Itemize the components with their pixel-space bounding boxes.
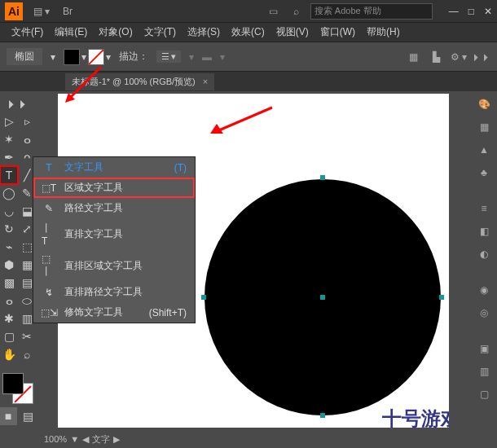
svg-line-0 <box>89 50 103 64</box>
fill-stroke-control[interactable] <box>2 373 33 404</box>
control-dropdown[interactable]: ▾ <box>51 51 55 63</box>
bridge-icon[interactable]: Br <box>59 2 77 20</box>
selection-tool[interactable]: ▷ <box>0 112 18 130</box>
window-max[interactable]: □ <box>468 6 474 17</box>
shape-builder-tool[interactable]: ⬢ <box>0 256 18 274</box>
nav-next[interactable]: ▶ <box>113 434 120 445</box>
ellipse-tool[interactable]: ◯ <box>0 184 18 202</box>
eyedropper-tool[interactable]: ⴰ <box>0 292 18 310</box>
menu-window[interactable]: 窗口(W) <box>315 24 360 41</box>
flyout-area-type-tool[interactable]: ⬚T 区域文字工具 <box>33 178 195 198</box>
collapse-icon[interactable]: ⏵⏵ <box>473 48 490 66</box>
menu-type[interactable]: 文字(T) <box>139 24 181 41</box>
flyout-touch-type-tool[interactable]: ⬚⇲ 修饰文字工具 (Shift+T) <box>33 302 195 323</box>
gradient-mode[interactable]: ▤ <box>19 407 37 425</box>
symbol-sprayer-tool[interactable]: ✱ <box>0 310 18 327</box>
brushes-panel-icon[interactable]: ▲ <box>474 140 494 160</box>
document-tab[interactable]: 未标题-1* @ 100% (RGB/预览) × <box>65 73 214 90</box>
type-icon: T <box>42 162 56 173</box>
gradient-panel-icon[interactable]: ◧ <box>474 222 494 241</box>
zoom-level[interactable]: 100% <box>44 434 67 444</box>
menu-effect[interactable]: 效果(C) <box>227 24 270 41</box>
menu-view[interactable]: 视图(V) <box>271 24 314 41</box>
flyout-label: 直排文字工具 <box>64 227 123 241</box>
anchor-right[interactable] <box>439 295 444 300</box>
prefs-icon[interactable]: ⚙ ▾ <box>450 48 468 66</box>
artboards-panel-icon[interactable]: ▢ <box>474 384 494 404</box>
collapse-toolbar[interactable]: ⏵⏵ <box>9 94 27 112</box>
lasso-tool[interactable]: ⴰ <box>18 130 36 148</box>
fill-dropdown[interactable]: ▾ <box>81 51 86 63</box>
flyout-shortcut: (T) <box>174 162 187 173</box>
anchor-left[interactable] <box>201 295 206 300</box>
artboard-tool[interactable]: ▢ <box>0 327 18 345</box>
mesh-tool[interactable]: ▩ <box>0 274 18 292</box>
status-bar: 100% ▼ ◀ 文字 ▶ <box>0 430 497 448</box>
asset-export-panel-icon[interactable]: ▥ <box>474 362 494 381</box>
slice-tool[interactable]: ✂ <box>18 327 36 345</box>
window-min[interactable]: — <box>449 6 459 17</box>
window-close[interactable]: ✕ <box>484 6 492 17</box>
direct-selection-tool[interactable]: ▹ <box>18 112 36 130</box>
flyout-path-type-tool[interactable]: ✎ 路径文字工具 <box>33 198 195 218</box>
swatches-panel-icon[interactable]: ▦ <box>474 117 494 137</box>
vertical-type-icon: 丨T <box>42 222 56 247</box>
flyout-shortcut: (Shift+T) <box>149 307 187 318</box>
layers-panel-icon[interactable]: ▣ <box>474 339 494 358</box>
flyout-label: 文字工具 <box>64 160 103 174</box>
search-input[interactable]: 搜索 Adobe 帮助 <box>310 3 433 20</box>
align-modes-icon[interactable]: ▦ <box>404 48 422 66</box>
menu-help[interactable]: 帮助(H) <box>362 24 405 41</box>
stroke-dropdown[interactable]: ▾ <box>106 51 111 63</box>
vertical-path-type-icon: ↯ <box>42 287 56 298</box>
stroke-swatch[interactable] <box>88 49 104 65</box>
doc-setup-icon[interactable]: ▭ <box>265 2 283 20</box>
touch-type-icon: ⬚⇲ <box>42 307 56 318</box>
toolbar: ⏵⏵ ▷ ▹ ✶ ⴰ ✒ ᴖ T ╱ ◯ ✎ ◡ ⬓ ↻ ⤢ ⌁ <box>0 91 36 430</box>
magic-wand-tool[interactable]: ✶ <box>0 130 18 148</box>
color-panel-icon[interactable]: 🎨 <box>474 94 494 114</box>
search-placeholder: 搜索 Adobe 帮助 <box>314 5 381 17</box>
type-tool[interactable]: T <box>0 166 18 184</box>
flyout-vertical-type-tool[interactable]: 丨T 直排文字工具 <box>33 218 195 250</box>
flyout-vertical-area-type-tool[interactable]: ⬚丨 直排区域文字工具 <box>33 250 195 282</box>
anchor-bottom[interactable] <box>320 413 325 418</box>
control-bar: 椭圆 ▾ ▾ ▾ 描边： ☰▾ ▾ ▬ ▾ ▦ ▙ ⚙ ▾ ⏵⏵ <box>0 42 497 72</box>
path-type-icon: ✎ <box>42 203 56 214</box>
menu-file[interactable]: 文件(F) <box>7 24 48 41</box>
pen-tool[interactable]: ✒ <box>0 148 18 166</box>
tab-manager-icon[interactable]: ▤ ▾ <box>33 2 51 20</box>
center-point[interactable] <box>320 295 325 300</box>
rotate-tool[interactable]: ↻ <box>0 220 18 238</box>
status-section[interactable]: 文字 <box>92 433 110 446</box>
stroke-panel-icon[interactable]: ≡ <box>474 199 494 218</box>
zoom-tool[interactable]: ⌕ <box>18 345 36 363</box>
menu-edit[interactable]: 编辑(E) <box>50 24 92 41</box>
stroke-weight-dropdown[interactable]: ☰▾ <box>156 51 181 63</box>
width-tool[interactable]: ⌁ <box>0 238 18 256</box>
flyout-label: 路径文字工具 <box>64 201 123 215</box>
shaper-tool[interactable]: ◡ <box>0 202 18 220</box>
perspective-icon[interactable]: ▙ <box>427 48 445 66</box>
panel-dock: 🎨 ▦ ▲ ♣ ≡ ◧ ◐ ◉ ◎ ▣ ▥ ▢ <box>471 91 497 430</box>
menu-select[interactable]: 选择(S) <box>183 24 225 41</box>
flyout-type-tool[interactable]: T 文字工具 (T) <box>33 157 195 178</box>
color-mode[interactable]: ■ <box>0 407 17 425</box>
flyout-label: 直排路径文字工具 <box>64 285 143 299</box>
fill-color[interactable] <box>2 373 24 394</box>
tab-close[interactable]: × <box>203 77 208 86</box>
search-icon[interactable]: ⌕ <box>288 2 306 20</box>
flyout-vertical-path-type-tool[interactable]: ↯ 直排路径文字工具 <box>33 282 195 302</box>
hand-tool[interactable]: ✋ <box>0 345 18 363</box>
zoom-dropdown[interactable]: ▼ <box>70 434 79 444</box>
appearance-panel-icon[interactable]: ◉ <box>474 280 494 300</box>
graphic-styles-panel-icon[interactable]: ◎ <box>474 303 494 323</box>
transparency-panel-icon[interactable]: ◐ <box>474 244 494 264</box>
anchor-top[interactable] <box>320 175 325 180</box>
nav-prev[interactable]: ◀ <box>82 434 89 445</box>
symbols-panel-icon[interactable]: ♣ <box>474 163 494 182</box>
tool-name-label: 椭圆 <box>7 48 42 65</box>
fill-swatch[interactable] <box>64 49 80 65</box>
menu-object[interactable]: 对象(O) <box>94 24 137 41</box>
vertical-area-type-icon: ⬚丨 <box>42 253 56 279</box>
